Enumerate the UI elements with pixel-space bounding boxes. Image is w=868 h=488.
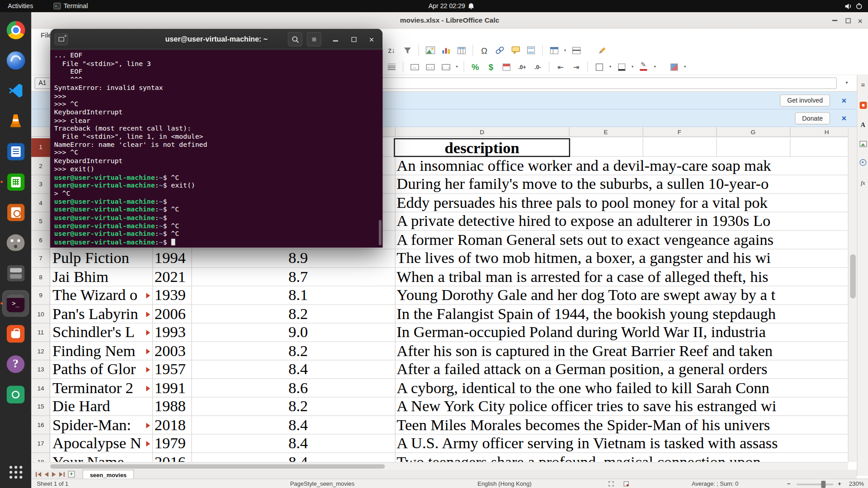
zoom-in-button[interactable]: + xyxy=(838,479,841,488)
dock-item-gimp[interactable] xyxy=(3,230,28,255)
cell-year[interactable]: 1957 xyxy=(155,360,186,379)
cell-year[interactable]: 2018 xyxy=(155,416,186,434)
headers-footers-icon[interactable] xyxy=(524,44,538,57)
cell-description[interactable]: Young Dorothy Gale and her dog Toto are … xyxy=(396,286,848,305)
cell-year[interactable]: 1991 xyxy=(155,379,186,397)
sort-descending-icon[interactable]: z↓ xyxy=(385,44,398,57)
cell-description[interactable]: A former Roman General sets out to exact… xyxy=(396,231,848,249)
row-header-17[interactable]: 17 xyxy=(31,434,50,453)
merge-center-cells-icon[interactable]: ↔ xyxy=(408,60,421,73)
column-header-h[interactable]: H xyxy=(816,127,838,137)
row-header-16[interactable]: 16 xyxy=(31,416,50,434)
cell-description[interactable]: An insomniac office worker and a devil-m… xyxy=(396,157,848,175)
cell-year[interactable]: 2003 xyxy=(155,342,186,360)
row-header-18[interactable]: 18 xyxy=(31,453,50,462)
dock-item-green-app[interactable] xyxy=(3,382,28,407)
clock-menu[interactable]: Apr 22 02:29 xyxy=(429,0,474,12)
terminal-scrollbar-thumb[interactable] xyxy=(379,220,382,245)
row-header-10[interactable]: 10 xyxy=(31,305,50,324)
row-header-15[interactable]: 15 xyxy=(31,397,50,416)
row-header-9[interactable]: 9 xyxy=(31,286,50,305)
terminal-body[interactable]: ... EOF File "<stdin>", line 3 EOF ^^^Sy… xyxy=(50,50,382,248)
cell-title[interactable]: Die Hard xyxy=(52,397,148,416)
cell-title[interactable]: Apocalypse N xyxy=(52,434,148,453)
vertical-scrollbar-thumb[interactable] xyxy=(850,254,856,299)
cell-title[interactable]: Spider-Man: xyxy=(52,416,148,434)
special-character-icon[interactable]: Ω xyxy=(477,44,491,57)
cell-year[interactable]: 1939 xyxy=(155,286,186,305)
first-sheet-button[interactable] xyxy=(36,472,41,477)
row-header-3[interactable]: 3 xyxy=(31,175,50,194)
insert-chart-icon[interactable] xyxy=(439,44,453,57)
cell-rating[interactable]: 8.4 xyxy=(288,453,308,462)
format-date-icon[interactable] xyxy=(500,60,514,73)
border-color-icon[interactable] xyxy=(637,60,651,73)
dock-item-vscode[interactable] xyxy=(3,78,28,103)
dock-item-blue-app[interactable] xyxy=(3,47,28,73)
cell-year[interactable]: 1994 xyxy=(155,249,186,268)
activities-button[interactable]: Activities xyxy=(8,0,33,12)
row-header-13[interactable]: 13 xyxy=(31,360,50,379)
close-button[interactable]: × xyxy=(856,16,865,25)
row-header-8[interactable]: 8 xyxy=(31,268,50,286)
align-justified-icon[interactable] xyxy=(385,60,398,73)
dock-item-terminal[interactable]: >_ xyxy=(3,291,28,316)
sidebar-settings-icon[interactable]: ≡ xyxy=(858,80,868,90)
dock-item-vlc[interactable] xyxy=(3,108,28,134)
cell-description[interactable]: Eddy persuades his three pals to pool mo… xyxy=(396,194,848,212)
cell-year[interactable]: 2021 xyxy=(155,268,186,286)
cell-description[interactable]: Teen Miles Morales becomes the Spider-Ma… xyxy=(396,416,848,434)
cell-rating[interactable]: 8.1 xyxy=(288,286,308,305)
select-all-corner[interactable] xyxy=(31,127,50,137)
calc-titlebar[interactable]: movies.xlsx - LibreOffice Calc × xyxy=(31,12,868,29)
cell-title[interactable]: Pan's Labyrin xyxy=(52,305,148,324)
show-applications-button[interactable] xyxy=(3,459,28,484)
cell-title[interactable]: Paths of Glor xyxy=(52,360,148,379)
get-involved-button[interactable]: Get involved xyxy=(780,94,830,107)
cell-description[interactable]: A U.S. Army officer serving in Vietnam i… xyxy=(396,434,848,453)
column-header-e[interactable]: E xyxy=(594,127,617,137)
document-modified-icon[interactable] xyxy=(624,481,629,486)
cell-description[interactable]: After his son is captured in the Great B… xyxy=(396,342,848,360)
cell-year[interactable]: 2016 xyxy=(155,453,186,462)
column-header-d[interactable]: D xyxy=(471,127,493,137)
terminal-search-button[interactable] xyxy=(288,32,302,47)
row-header-12[interactable]: 12 xyxy=(31,342,50,360)
dock-item-libreoffice-calc[interactable] xyxy=(3,169,28,194)
sidebar-gallery-icon[interactable] xyxy=(858,138,868,149)
add-decimal-icon[interactable]: .0+ xyxy=(515,60,529,73)
cell-year[interactable]: 1979 xyxy=(155,434,186,453)
insert-pivot-table-icon[interactable] xyxy=(455,44,468,57)
expand-formula-bar-icon[interactable]: ▾ xyxy=(846,80,848,85)
autofilter-icon[interactable] xyxy=(401,44,414,57)
dock-item-libreoffice-impress[interactable] xyxy=(3,200,28,225)
cell-description[interactable]: The lives of two mob hitmen, a boxer, a … xyxy=(396,249,848,268)
horizontal-scrollbar[interactable] xyxy=(31,462,848,470)
conditional-dropdown-caret[interactable]: ▾ xyxy=(683,65,687,69)
cell-description[interactable]: A private detective hired to expose an a… xyxy=(396,212,848,231)
border-color-dropdown-caret[interactable]: ▾ xyxy=(653,65,657,69)
cell-rating[interactable]: 8.4 xyxy=(288,360,308,379)
increase-indent-icon[interactable]: ⇥ xyxy=(570,60,583,73)
unmerge-cells-icon[interactable]: ←→ xyxy=(439,60,453,73)
average-sum-status[interactable]: Average: ; Sum: 0 xyxy=(692,479,738,488)
last-sheet-button[interactable] xyxy=(59,472,65,477)
selection-mode-icon[interactable] xyxy=(609,481,613,486)
merge-cells-icon[interactable]: →← xyxy=(424,60,437,73)
dock-item-files[interactable] xyxy=(3,260,28,286)
sidebar-styles-icon[interactable]: A xyxy=(858,119,868,130)
terminal-menu-button[interactable]: ≡ xyxy=(307,32,321,47)
terminal-minimize-button[interactable] xyxy=(331,35,340,44)
cell-year[interactable]: 1993 xyxy=(155,324,186,342)
cell-title[interactable]: Pulp Fiction xyxy=(52,249,148,268)
cell-rating[interactable]: 8.2 xyxy=(288,305,308,324)
zoom-slider-handle[interactable] xyxy=(821,481,826,488)
cell-description[interactable]: After a failed attack on a German positi… xyxy=(396,360,848,379)
cell-rating[interactable]: 8.2 xyxy=(288,342,308,360)
cell-year[interactable]: 2006 xyxy=(155,305,186,324)
border-style-icon[interactable] xyxy=(615,60,628,73)
cell-description[interactable]: In the Falangist Spain of 1944, the book… xyxy=(396,305,848,324)
language-status[interactable]: English (Hong Kong) xyxy=(477,479,532,488)
remove-decimal-icon[interactable]: .0- xyxy=(531,60,545,73)
insert-comment-icon[interactable] xyxy=(509,44,522,57)
